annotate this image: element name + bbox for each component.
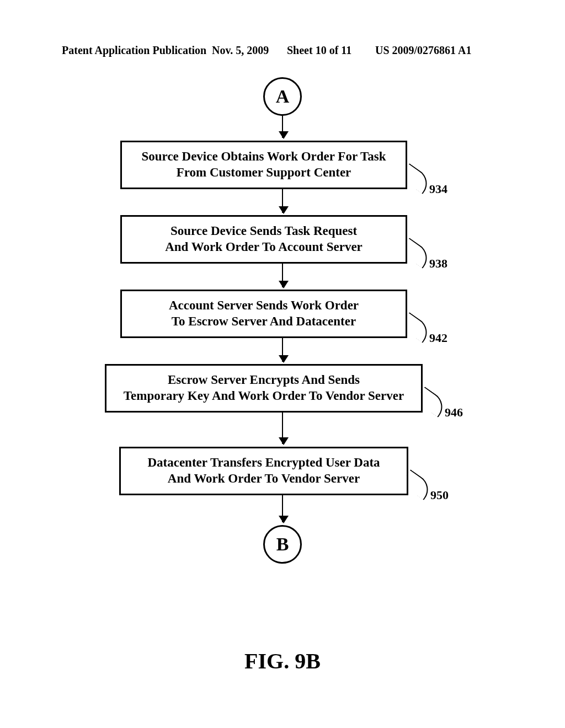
arrow-icon (282, 412, 283, 444)
publication-date: Nov. 5, 2009 (212, 44, 269, 57)
step-946: Escrow Server Encrypts And Sends Tempora… (105, 364, 423, 413)
arrow-icon (282, 263, 283, 287)
arrow-icon (282, 338, 283, 362)
step-950: Datacenter Transfers Encrypted User Data… (119, 447, 408, 495)
step-text: To Escrow Server And Datacenter (172, 314, 356, 328)
ref-950: 950 (430, 488, 449, 502)
step-text: Account Server Sends Work Order (169, 298, 359, 312)
ref-946: 946 (445, 405, 463, 420)
step-text: Escrow Server Encrypts And Sends (168, 373, 360, 387)
step-text: And Work Order To Vendor Server (168, 472, 360, 485)
ref-942: 942 (429, 331, 447, 345)
step-text: And Work Order To Account Server (165, 240, 363, 254)
sheet-number: Sheet 10 of 11 (287, 44, 351, 57)
step-text: Source Device Sends Task Request (170, 224, 357, 238)
step-text: Temporary Key And Work Order To Vendor S… (124, 389, 404, 403)
arrow-icon (282, 189, 283, 213)
connector-b: B (263, 525, 302, 564)
step-text: Datacenter Transfers Encrypted User Data (147, 456, 380, 469)
ref-938: 938 (429, 256, 447, 271)
step-938: Source Device Sends Task Request And Wor… (120, 215, 407, 264)
connector-a: A (263, 77, 302, 116)
arrow-icon (282, 495, 283, 522)
step-934: Source Device Obtains Work Order For Tas… (120, 141, 407, 189)
step-942: Account Server Sends Work Order To Escro… (120, 290, 407, 338)
ref-934: 934 (429, 182, 447, 196)
step-text: Source Device Obtains Work Order For Tas… (142, 149, 386, 163)
arrow-icon (282, 116, 283, 138)
step-text: From Customer Support Center (177, 165, 351, 179)
publication-number: US 2009/0276861 A1 (375, 44, 471, 57)
publication-label: Patent Application Publication (62, 44, 206, 57)
figure-caption: FIG. 9B (0, 648, 565, 674)
